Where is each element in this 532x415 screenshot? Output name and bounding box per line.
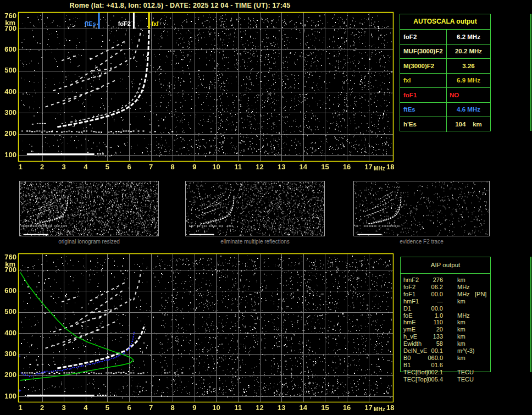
aip-value: 01.6 [419, 362, 443, 368]
aip-name: h_vE [403, 333, 417, 340]
aip-unit: km [457, 340, 465, 347]
aip-unit: MHz [457, 312, 470, 319]
aip-value: 00.1 [419, 347, 443, 354]
autoscala-row-value: 6.9 MHz [447, 77, 490, 84]
autoscala-row-value: 104 km [447, 121, 490, 128]
thumbnail-caption-evidence: evidence F2 trace [353, 239, 490, 245]
aip-row-fof1: foF100.0MHz[PN] [400, 291, 510, 297]
aip-row-foe: foE1.0MHz [400, 312, 510, 319]
aip-value: 00.0 [419, 305, 443, 312]
aip-row-hmf1: hmF1---km [400, 298, 510, 305]
aip-unit: km [457, 298, 465, 305]
aip-panel-title: AIP output [401, 257, 490, 274]
aip-value: 06.2 [419, 284, 443, 290]
aip-value: 002.1 [419, 369, 443, 375]
thumbnail-caption-eliminate: eliminate multiple reflections [185, 239, 325, 245]
autoscala-row-muf3000f2: MUF(3000)F2 20.2 MHz [400, 45, 490, 59]
aip-unit: km [457, 276, 465, 283]
autoscala-row-fof2: foF2 6.2 MHz [400, 30, 490, 45]
autoscala-row-value: 3.26 [447, 63, 490, 69]
aip-unit: km [457, 355, 465, 361]
aip-unit: km [457, 326, 465, 333]
aip-row-tec-top-: TEC[Top]005.4TECU [400, 376, 510, 383]
autoscala-screen: { "header": { "title": "Rome (lat: +41.8… [0, 0, 532, 415]
aip-row-fof2: foF206.2MHz [400, 284, 510, 290]
aip-row-d1: D100.0 [400, 305, 510, 312]
aip-unit: TECU [457, 369, 474, 375]
aip-row-tec-bot-: TEC[Bot]002.1TECU [400, 369, 510, 375]
autoscala-row-m3000f2: M(3000)F2 3.26 [400, 59, 490, 74]
autoscala-row-value: 6.2 MHz [447, 34, 490, 40]
autoscala-row-label: fxI [400, 74, 447, 88]
autoscala-row-value: NO [447, 92, 490, 98]
autoscala-row-fxi: fxI 6.9 MHz [400, 74, 490, 88]
aip-row-hme: hmE110km [400, 319, 510, 325]
aip-value: 110 [419, 319, 443, 325]
thumbnail-original-ionogram [19, 181, 159, 236]
aip-name: B1 [403, 362, 411, 368]
cropped-panel-border-bottom [530, 257, 531, 372]
aip-row-hmf2: hmF2276km [400, 276, 510, 283]
autoscala-row-value: 20.2 MHz [447, 48, 490, 54]
aip-name: ymE [403, 326, 415, 333]
aip-unit: TECU [457, 376, 474, 383]
aip-unit: MHz [457, 284, 470, 290]
aip-value: 00.0 [419, 291, 443, 297]
aip-unit: km [457, 333, 465, 340]
aip-name: foF1 [403, 291, 415, 297]
aip-value: 060.0 [419, 355, 443, 361]
aip-row-h-ve: h_vE133km [400, 333, 510, 340]
profile-ionogram-chart [0, 252, 398, 415]
aip-extra: [PN] [475, 291, 486, 297]
aip-name: hmF2 [403, 276, 419, 283]
aip-name: hmF1 [403, 298, 419, 305]
aip-name: B0 [403, 355, 411, 361]
station-title: Rome (lat: +41.8, lon: 012.5) - DATE: 20… [19, 2, 341, 9]
autoscala-row-ftes: ftEs 4.6 MHz [400, 103, 490, 118]
autoscala-row-value: 4.6 MHz [447, 106, 490, 113]
autoscala-row-label: foF2 [400, 30, 447, 44]
aip-name: D1 [403, 305, 411, 312]
autoscala-output-panel: AUTOSCALA output foF2 6.2 MHz MUF(3000)F… [400, 14, 491, 131]
aip-value: 58 [419, 340, 443, 347]
aip-name: foE [403, 312, 413, 319]
aip-unit: km [457, 319, 465, 325]
aip-row-b1: B101.6 [400, 362, 510, 368]
aip-value: 1.0 [419, 312, 443, 319]
thumbnail-caption-original: original ionogram resized [19, 239, 159, 245]
aip-name: foF2 [403, 284, 415, 290]
aip-unit: m^(-3) [457, 347, 474, 354]
aip-value: --- [419, 298, 443, 305]
aip-value: 133 [419, 333, 443, 340]
autoscala-row-label: foF1 [400, 88, 447, 102]
autoscala-row-label: MUF(3000)F2 [400, 45, 447, 59]
thumbnail-eliminate-reflections [185, 181, 325, 236]
autoscala-row-hes: h'Es 104 km [400, 117, 490, 132]
cropped-panel-border-top [530, 14, 531, 131]
autoscala-row-label: h'Es [400, 117, 447, 132]
aip-unit: MHz [457, 291, 470, 297]
aip-row-yme: ymE20km [400, 326, 510, 333]
aip-value: 20 [419, 326, 443, 333]
autoscala-row-fof1: foF1 NO [400, 88, 490, 103]
autoscala-row-label: ftEs [400, 103, 447, 117]
autoscala-row-label: M(3000)F2 [400, 59, 447, 73]
scaled-ionogram-chart [0, 11, 398, 171]
thumbnail-evidence-f2-trace [353, 181, 490, 236]
aip-value: 005.4 [419, 376, 443, 383]
aip-value: 276 [419, 276, 443, 283]
aip-row-b0: B0060.0km [400, 355, 510, 361]
aip-name: hmE [403, 319, 416, 325]
aip-row-deln-ve: DelN_vE00.1m^(-3) [400, 347, 510, 354]
aip-row-ewidth: Ewidth58km [400, 340, 510, 347]
autoscala-panel-title: AUTOSCALA output [400, 14, 490, 30]
